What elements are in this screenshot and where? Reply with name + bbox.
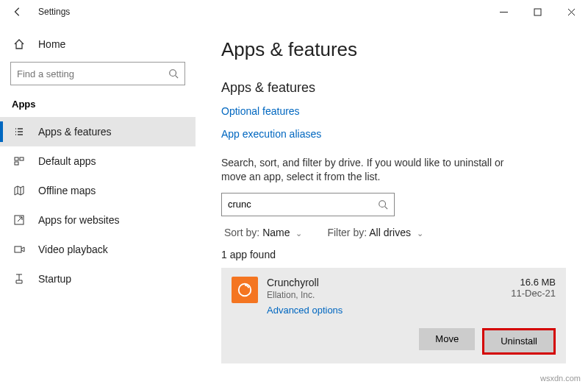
app-icon bbox=[232, 277, 258, 303]
filter-by-control[interactable]: Filter by: All drives ⌄ bbox=[327, 227, 423, 238]
filter-label: Filter by: bbox=[327, 227, 367, 238]
sidebar-item-label: Video playback bbox=[38, 244, 108, 255]
sidebar-item-default-apps[interactable]: Default apps bbox=[0, 146, 196, 176]
svg-rect-6 bbox=[15, 162, 18, 165]
list-icon bbox=[12, 126, 26, 138]
chevron-down-icon: ⌄ bbox=[295, 229, 302, 238]
close-button[interactable] bbox=[554, 0, 588, 24]
startup-icon bbox=[12, 273, 26, 285]
filter-value: All drives bbox=[369, 227, 411, 238]
sort-label: Sort by: bbox=[224, 227, 259, 238]
home-icon bbox=[12, 38, 26, 50]
sidebar-item-offline-maps[interactable]: Offline maps bbox=[0, 176, 196, 205]
map-icon bbox=[12, 185, 26, 196]
description-text: Search, sort, and filter by drive. If yo… bbox=[221, 156, 530, 184]
watermark: wsxdn.com bbox=[540, 374, 581, 383]
search-icon bbox=[168, 68, 179, 79]
search-icon bbox=[378, 199, 388, 210]
sidebar-item-apps-websites[interactable]: Apps for websites bbox=[0, 205, 196, 235]
page-title: Apps & features bbox=[221, 38, 566, 61]
chevron-down-icon: ⌄ bbox=[417, 229, 423, 238]
sidebar-item-label: Apps & features bbox=[38, 126, 112, 138]
svg-rect-1 bbox=[534, 9, 541, 15]
svg-rect-8 bbox=[15, 246, 21, 252]
svg-line-10 bbox=[385, 206, 388, 209]
sidebar-item-startup[interactable]: Startup bbox=[0, 264, 196, 294]
app-name: Crunchyroll bbox=[267, 277, 511, 288]
app-publisher: Ellation, Inc. bbox=[267, 290, 511, 300]
sidebar: Home Apps Apps & features Default apps bbox=[0, 24, 196, 387]
result-count: 1 app found bbox=[221, 249, 566, 260]
back-button[interactable] bbox=[6, 7, 29, 17]
svg-point-2 bbox=[170, 70, 176, 77]
svg-point-9 bbox=[379, 201, 386, 207]
sidebar-item-apps-features[interactable]: Apps & features bbox=[0, 117, 196, 146]
uninstall-highlight: Uninstall bbox=[482, 328, 556, 355]
sidebar-item-label: Apps for websites bbox=[38, 214, 120, 226]
app-size: 16.6 MB bbox=[511, 277, 556, 288]
move-button[interactable]: Move bbox=[419, 328, 475, 350]
sidebar-item-video-playback[interactable]: Video playback bbox=[0, 235, 196, 264]
maximize-button[interactable] bbox=[520, 0, 554, 24]
window-title: Settings bbox=[29, 7, 70, 17]
settings-search-input[interactable] bbox=[17, 68, 168, 79]
svg-line-3 bbox=[176, 76, 179, 79]
app-list-item[interactable]: Crunchyroll Ellation, Inc. Advanced opti… bbox=[221, 268, 566, 363]
sidebar-item-label: Offline maps bbox=[38, 185, 96, 196]
video-icon bbox=[12, 244, 26, 255]
app-search-input[interactable] bbox=[228, 199, 378, 210]
app-execution-aliases-link[interactable]: App execution aliases bbox=[221, 128, 321, 140]
svg-rect-4 bbox=[15, 157, 18, 160]
advanced-options-link[interactable]: Advanced options bbox=[267, 305, 343, 316]
sidebar-section-label: Apps bbox=[0, 96, 196, 117]
uninstall-button[interactable]: Uninstall bbox=[484, 330, 553, 352]
home-nav[interactable]: Home bbox=[0, 32, 196, 56]
settings-search[interactable] bbox=[10, 62, 185, 85]
svg-rect-5 bbox=[20, 157, 24, 160]
sidebar-item-label: Startup bbox=[38, 273, 71, 285]
sort-by-control[interactable]: Sort by: Name ⌄ bbox=[224, 227, 302, 238]
minimize-button[interactable] bbox=[487, 0, 520, 24]
home-label: Home bbox=[38, 38, 65, 50]
defaults-icon bbox=[12, 155, 26, 167]
section-title: Apps & features bbox=[221, 80, 566, 96]
open-icon bbox=[12, 214, 26, 226]
main-content: Apps & features Apps & features Optional… bbox=[196, 24, 588, 387]
app-date: 11-Dec-21 bbox=[511, 288, 556, 299]
app-search-box[interactable] bbox=[221, 193, 395, 216]
optional-features-link[interactable]: Optional features bbox=[221, 105, 300, 117]
sort-value: Name bbox=[262, 227, 290, 238]
sidebar-item-label: Default apps bbox=[38, 155, 96, 167]
